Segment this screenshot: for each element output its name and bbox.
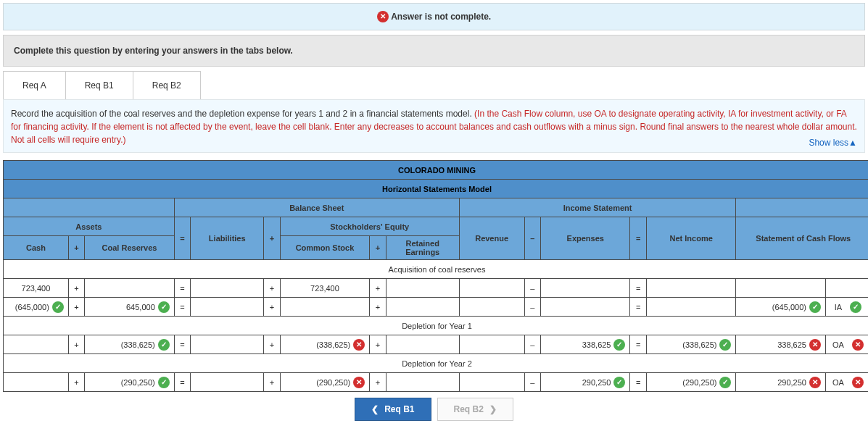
hdr-re: Retained Earnings [386,236,459,260]
op-plus: + [264,217,280,260]
cell-cf-amt[interactable]: 290,250✕ [736,373,826,392]
row-acq-1: 723,400 + = + 723,400 + – = [4,279,869,298]
hdr-assets: Assets [4,217,175,236]
cell-ni[interactable]: (290,250)✓ [646,373,736,392]
cell-exp[interactable] [540,298,630,317]
hdr-balance-sheet: Balance Sheet [174,198,459,217]
cell-coal[interactable]: (338,625)✓ [85,335,175,354]
check-icon: ✓ [809,301,821,313]
question-panel: Record the acquisition of the coal reser… [3,99,865,153]
status-banner: ✕ Answer is not complete. [3,3,865,30]
cell-cash[interactable]: 723,400 [4,279,69,298]
model-header: Horizontal Statements Model [4,180,869,198]
cell-coal[interactable]: (290,250)✓ [85,373,175,392]
cell-cs[interactable]: (338,625)✕ [280,335,370,354]
cell-cf-type[interactable]: OA ✕ [825,335,868,354]
cell-rev[interactable] [459,335,524,354]
cell-cash[interactable] [4,373,69,392]
hdr-coal: Coal Reserves [85,236,175,260]
op-eq: = [174,217,190,260]
x-icon: ✕ [377,11,389,22]
hdr-netincome: Net Income [646,217,736,260]
x-icon: ✕ [353,377,365,388]
cell-coal[interactable] [85,279,175,298]
cell-re[interactable] [386,335,459,354]
check-icon: ✓ [613,339,625,351]
cell-re[interactable] [386,279,459,298]
hdr-liabilities: Liabilities [191,217,264,260]
cell-exp[interactable] [540,279,630,298]
section-acq: Acquisition of coal reserves [4,260,869,279]
cell-exp[interactable]: 290,250✓ [540,373,630,392]
hdr-cs: Common Stock [280,236,370,260]
tab-req-b2[interactable]: Req B2 [133,71,201,99]
cell-cash[interactable] [4,335,69,354]
cell-cf-amt[interactable]: (645,000)✓ [736,298,826,317]
cell-cs[interactable] [280,298,370,317]
check-icon: ✓ [158,377,170,388]
section-y2: Depletion for Year 2 [4,354,869,373]
x-icon: ✕ [809,377,821,388]
tab-req-b1[interactable]: Req B1 [66,71,133,99]
check-icon: ✓ [613,377,625,388]
company-header: COLORADO MINING [4,161,869,180]
cell-ni[interactable]: (338,625)✓ [646,335,736,354]
check-icon: ✓ [850,301,861,313]
chevron-left-icon: ❮ [371,404,379,414]
show-less-toggle[interactable]: Show less▲ [809,138,857,148]
cell-cf-amt[interactable] [736,279,826,298]
cell-rev[interactable] [459,298,524,317]
x-icon: ✕ [852,377,864,388]
chevron-right-icon: ❯ [489,404,497,414]
hdr-se: Stockholders' Equity [280,217,459,236]
check-icon: ✓ [52,301,64,313]
nav-buttons: ❮ Req B1 Req B2 ❯ [3,398,865,421]
panel-text: Record the acquisition of the coal reser… [11,109,474,119]
x-icon: ✕ [809,339,821,351]
section-y1: Depletion for Year 1 [4,317,869,335]
statements-table: COLORADO MINING Horizontal Statements Mo… [3,160,868,392]
x-icon: ✕ [353,339,365,351]
cell-liab[interactable] [191,335,264,354]
hdr-income-statement: Income Statement [459,198,736,217]
cell-ni[interactable] [646,298,736,317]
cell-cf-type[interactable]: IA ✓ [825,298,868,317]
cell-rev[interactable] [459,279,524,298]
cell-re[interactable] [386,298,459,317]
cell-cs[interactable]: 723,400 [280,279,370,298]
check-icon: ✓ [719,377,731,388]
cell-cf-type[interactable]: OA ✕ [825,373,868,392]
op-plus2: + [68,236,84,260]
cell-liab[interactable] [191,373,264,392]
cell-cf-amt[interactable]: 338,625✕ [736,335,826,354]
cell-coal[interactable]: 645,000✓ [85,298,175,317]
x-icon: ✕ [852,339,864,351]
op-plus3: + [370,236,386,260]
hdr-expenses: Expenses [540,217,630,260]
row-y2: + (290,250)✓ = + (290,250)✕ + – 290,250✓… [4,373,869,392]
row-y1: + (338,625)✓ = + (338,625)✕ + – 338,625✓… [4,335,869,354]
prev-button[interactable]: ❮ Req B1 [355,398,431,421]
instruction-bar: Complete this question by entering your … [3,35,865,67]
cell-cf-type[interactable] [825,279,868,298]
cell-cash[interactable]: (645,000)✓ [4,298,69,317]
op-eq2: = [630,217,646,260]
cell-liab[interactable] [191,279,264,298]
cell-liab[interactable] [191,298,264,317]
row-acq-2: (645,000)✓ + 645,000✓ = + + – = (645,000… [4,298,869,317]
check-icon: ✓ [158,301,170,313]
cell-ni[interactable] [646,279,736,298]
cell-cs[interactable]: (290,250)✕ [280,373,370,392]
status-text: Answer is not complete. [391,12,491,22]
tab-req-a[interactable]: Req A [3,71,66,99]
op-minus: – [524,217,540,260]
tabs: Req A Req B1 Req B2 [3,71,865,99]
hdr-cashflows: Statement of Cash Flows [736,217,868,260]
cell-re[interactable] [386,373,459,392]
cell-exp[interactable]: 338,625✓ [540,335,630,354]
check-icon: ✓ [158,339,170,351]
hdr-revenue: Revenue [459,217,524,260]
next-button[interactable]: Req B2 ❯ [437,398,513,421]
cell-rev[interactable] [459,373,524,392]
hdr-cash: Cash [4,236,69,260]
